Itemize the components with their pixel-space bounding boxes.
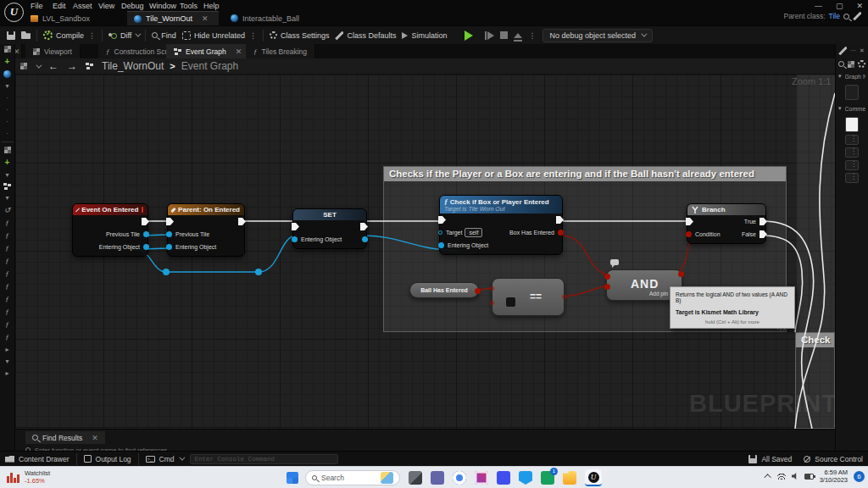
menu-view[interactable]: View	[98, 2, 114, 11]
tab-event-graph[interactable]: Event Graph ✕	[166, 44, 250, 58]
bool-out-pin[interactable]	[678, 271, 684, 277]
asset-tab-lvl-sandbox[interactable]: LVL_Sandbox	[24, 11, 97, 25]
bookmark-icon[interactable]	[20, 63, 27, 69]
node-header[interactable]: Event On Entered	[73, 204, 147, 215]
tab-tiles-breaking[interactable]: ƒ Tiles Breaking	[246, 44, 315, 58]
comment-bubble-icon[interactable]	[610, 259, 619, 265]
play-button[interactable]	[465, 30, 473, 41]
my-blueprint-collapsed-panel[interactable]: + ▾ ···· + ▾ ▾ ↺ ƒƒƒƒ ƒƒƒƒ ƒƒ ▸ ▾ ▸	[0, 44, 15, 451]
node-thumbnail[interactable]	[845, 160, 859, 170]
exec-out-pin[interactable]	[360, 223, 368, 230]
event-graph-canvas[interactable]: Zoom 1:1 BLUEPRINT Checks if the Player …	[15, 75, 835, 429]
exec-out-pin[interactable]	[142, 218, 149, 225]
instagram-icon[interactable]	[475, 471, 488, 485]
exec-in-pin[interactable]	[292, 223, 299, 230]
node-thumbnail[interactable]	[845, 147, 859, 158]
bool-in-pin[interactable]	[604, 274, 610, 280]
class-settings-button[interactable]: Class Settings	[270, 31, 330, 40]
debug-object-dropdown[interactable]: No debug object selected	[542, 29, 654, 42]
wifi-icon[interactable]	[777, 473, 786, 480]
node-branch[interactable]: Branch True Condition False	[687, 203, 766, 244]
close-button[interactable]: ✕	[856, 2, 863, 10]
collapse-arrow-icon[interactable]: ▾	[5, 82, 8, 90]
speaker-icon[interactable]	[792, 473, 798, 480]
bool-in-pin[interactable]	[604, 284, 610, 290]
maximize-button[interactable]: ▢	[836, 2, 843, 10]
photos-icon[interactable]: 1	[541, 471, 554, 485]
search-icon[interactable]	[838, 61, 844, 67]
close-icon[interactable]: ✕	[92, 434, 98, 442]
browse-icon[interactable]	[21, 31, 31, 39]
notification-count-badge[interactable]: 6	[854, 471, 865, 482]
more-icon[interactable]: ⋯	[850, 47, 856, 54]
menu-file[interactable]: File	[31, 2, 43, 11]
exec-false-pin[interactable]	[760, 230, 767, 238]
node-thumbnail[interactable]	[845, 173, 859, 183]
expand-arrow-icon[interactable]: ▸	[5, 369, 8, 377]
comment-thumbnail[interactable]	[845, 117, 859, 132]
watchlist-widget[interactable]: Watchlist -1.65%	[7, 469, 50, 485]
weather-icon[interactable]	[381, 472, 393, 484]
grid-icon[interactable]	[848, 61, 854, 68]
add-button[interactable]: +	[5, 57, 10, 66]
compile-button[interactable]: Compile⋮	[43, 30, 96, 40]
add-button[interactable]: +	[5, 158, 10, 167]
search-icon[interactable]	[843, 14, 849, 19]
breadcrumb-leaf[interactable]: Event Graph	[181, 60, 238, 72]
bool-out-pin[interactable]	[562, 295, 566, 299]
back-button[interactable]: ←	[48, 60, 58, 72]
task-view-icon[interactable]	[409, 471, 422, 485]
console-command-input[interactable]	[190, 454, 338, 464]
chevron-down-icon[interactable]	[36, 62, 42, 68]
forward-button[interactable]: →	[67, 60, 77, 72]
object-in-pin[interactable]	[438, 242, 444, 248]
asset-tab-interactable-ball[interactable]: Interactable_Ball	[224, 11, 306, 25]
close-icon[interactable]: ✕	[860, 47, 865, 54]
teams-icon[interactable]	[431, 471, 444, 485]
exec-true-pin[interactable]	[760, 218, 767, 225]
node-thumbnail[interactable]	[845, 135, 859, 145]
minimize-button[interactable]: —	[815, 2, 822, 10]
node-parent-on-entered[interactable]: Parent: On Entered Previous Tile Enterin…	[167, 203, 245, 257]
tray-expand-icon[interactable]	[764, 474, 771, 480]
object-in-pin[interactable]	[166, 244, 172, 250]
node-check-if-box-or-player-entered[interactable]: ƒ Check if Box or Player Entered Target …	[439, 195, 563, 255]
stop-button[interactable]	[500, 31, 508, 39]
asset-tab-tile-wornout[interactable]: Tile_WornOut ✕	[127, 11, 219, 25]
exec-in-pin[interactable]	[686, 218, 693, 225]
unreal-engine-taskbar-icon[interactable]: U	[585, 469, 602, 486]
save-icon[interactable]	[7, 31, 15, 40]
object-out-pin[interactable]	[143, 231, 149, 237]
node-thumbnail[interactable]	[845, 85, 859, 100]
node-ball-has-entered-get[interactable]: Ball Has Entered	[409, 282, 479, 298]
condition-in-pin[interactable]	[686, 231, 692, 237]
section-comments[interactable]: ▾ Comme	[836, 103, 868, 114]
shield-icon[interactable]	[519, 471, 532, 485]
object-out-pin[interactable]	[143, 244, 149, 250]
value-checkbox[interactable]	[506, 297, 515, 307]
hide-unrelated-button[interactable]: Hide Unrelated⋮	[182, 31, 257, 40]
collapse-arrow-icon[interactable]: ▾	[5, 358, 8, 365]
exec-in-pin[interactable]	[438, 216, 446, 224]
right-docked-panel[interactable]: ⋯ ✕ ▾ Graph N ▾ Comme	[835, 44, 868, 451]
target-self-field[interactable]: self	[465, 228, 482, 237]
menu-tools[interactable]: Tools	[180, 2, 198, 11]
node-header[interactable]: Branch	[687, 204, 765, 215]
menu-window[interactable]: Window	[149, 2, 176, 11]
breadcrumb-root[interactable]: Tile_WornOut	[102, 60, 164, 72]
play-options-icon[interactable]: ⋮	[529, 31, 537, 40]
node-header[interactable]: ƒ Check if Box or Player Entered Target …	[440, 196, 562, 214]
frame-skip-button[interactable]	[487, 31, 494, 40]
collapse-arrow-icon[interactable]: ▾	[5, 171, 8, 179]
menu-debug[interactable]: Debug	[121, 2, 144, 11]
menu-help[interactable]: Help	[203, 2, 220, 11]
node-event-on-entered[interactable]: Event On Entered Previous Tile Entering …	[72, 203, 148, 257]
find-button[interactable]: Find	[152, 31, 176, 40]
menu-asset[interactable]: Asset	[73, 2, 92, 11]
source-control-button[interactable]: Source Control	[804, 455, 863, 463]
edit-icon[interactable]	[853, 12, 861, 20]
collapse-arrow-icon[interactable]: ▾	[5, 194, 8, 202]
all-saved-status[interactable]: All Saved	[748, 455, 792, 463]
bool-in-pin[interactable]	[490, 286, 494, 291]
tab-viewport[interactable]: Viewport	[25, 44, 81, 58]
